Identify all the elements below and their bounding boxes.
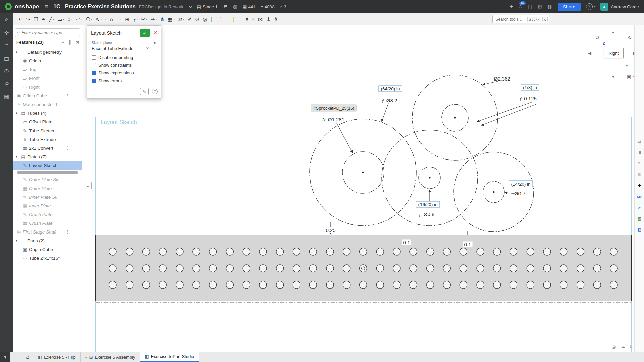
- new-tab-button[interactable]: +: [10, 352, 22, 362]
- tool-button[interactable]: ⚓: [265, 15, 272, 23]
- tool-button[interactable]: ⊥: [236, 15, 243, 23]
- feature-item[interactable]: ▱ Offset Plate: [13, 117, 82, 126]
- tool-button[interactable]: ∙: [104, 15, 108, 23]
- globe-icon[interactable]: ◍: [233, 4, 237, 10]
- dimension-dia-1281[interactable]: fx Ø1.281: [322, 117, 344, 122]
- dialog-checkbox[interactable]: Show errors: [87, 77, 161, 85]
- move-panel-icon[interactable]: ✛: [4, 30, 9, 36]
- copies-stat[interactable]: ⌖ 4008: [261, 4, 274, 9]
- ai-sparkle-icon[interactable]: ✦: [509, 4, 514, 10]
- rotate-ccw-icon[interactable]: ↺: [595, 35, 600, 41]
- tool-button[interactable]: ┆ ▾: [115, 15, 123, 23]
- context-dots-icon[interactable]: ⋮: [66, 229, 70, 234]
- search-panel-icon[interactable]: ⚲: [3, 80, 10, 88]
- tool-button[interactable]: ❐: [32, 15, 39, 23]
- print-icon[interactable]: ⎙: [612, 344, 616, 350]
- tool-button[interactable]: ⋔: [159, 15, 166, 23]
- cube-extension-icon[interactable]: ◨: [636, 149, 643, 156]
- tool-button[interactable]: —: [224, 15, 231, 23]
- sketch-panel-icon[interactable]: ✐: [4, 17, 9, 23]
- butterfly-extension-icon[interactable]: ✣: [636, 182, 643, 189]
- sheets-extension-icon[interactable]: ▦: [636, 215, 643, 222]
- view-cube-menu-icon[interactable]: ▣: [627, 74, 631, 79]
- tool-button[interactable]: ⌒: [215, 15, 223, 23]
- graphics-canvas[interactable]: [82, 25, 634, 352]
- dimension-0125[interactable]: ƒ 0.125: [519, 96, 537, 101]
- tool-button[interactable]: ∥: [209, 15, 214, 23]
- dialog-help-icon[interactable]: ?: [152, 89, 158, 94]
- feature-item[interactable]: ▾ ▤ Plates (7): [13, 152, 82, 161]
- dialog-checkbox[interactable]: Show constraints: [87, 61, 161, 69]
- tool-caret-icon[interactable]: ▾: [71, 18, 73, 21]
- units-grid-icon[interactable]: ⌗: [630, 344, 633, 350]
- tool-button[interactable]: ✐: [186, 15, 193, 23]
- feature-item[interactable]: ▱ Front: [13, 74, 82, 83]
- help-caret-icon[interactable]: ▾: [594, 5, 596, 8]
- dimension-badge-1620[interactable]: (16/20) in: [416, 201, 440, 208]
- reader-extension-icon[interactable]: ▤: [636, 138, 643, 145]
- feature-item[interactable]: ▣ Origin Cube ⋮: [13, 91, 82, 100]
- tool-button[interactable]: ⊙: [194, 15, 201, 23]
- feature-item[interactable]: ▣ Origin Cube: [13, 245, 82, 254]
- flag-icon[interactable]: ⚑: [223, 4, 228, 10]
- panel-left-icon[interactable]: ◫: [528, 4, 532, 10]
- history-clock-icon[interactable]: ◷: [76, 40, 79, 45]
- dimension-dia-08[interactable]: ƒ Ø0.8: [419, 211, 435, 217]
- tool-button[interactable]: ▭ ▾: [56, 15, 65, 23]
- help-button[interactable]: ?: [586, 3, 593, 10]
- flip-plane-icon[interactable]: ◐: [154, 40, 157, 46]
- app-grid-icon[interactable]: ⊞: [538, 4, 542, 10]
- tool-caret-icon[interactable]: ▾: [173, 18, 175, 21]
- feature-item[interactable]: ▾ Default geometry: [13, 48, 82, 56]
- tool-button[interactable]: ⊻: [273, 15, 279, 23]
- variable-name-tag[interactable]: #SprocketPD_25(16): [311, 105, 357, 112]
- history-panel-icon[interactable]: ◷: [4, 68, 9, 74]
- link-icon[interactable]: ∞: [189, 4, 192, 10]
- feature-item[interactable]: ▦ Crush Plate: [13, 219, 82, 227]
- checkbox-box[interactable]: [92, 55, 96, 60]
- tool-caret-icon[interactable]: ▾: [63, 18, 64, 21]
- tool-button[interactable]: ≡: [244, 15, 250, 23]
- user-avatar[interactable]: ▲: [600, 3, 608, 11]
- tree-caret-icon[interactable]: ▾: [16, 50, 20, 54]
- tool-button[interactable]: ○ ▾: [66, 15, 74, 23]
- dimension-dia-32[interactable]: ƒ Ø3.2: [382, 98, 397, 103]
- tool-button[interactable]: ↶: [17, 15, 24, 23]
- tool-button[interactable]: ✂ ▾: [140, 15, 149, 23]
- network-icon[interactable]: ◍: [547, 4, 552, 10]
- tool-button[interactable]: ✒: [40, 15, 47, 23]
- feature-item[interactable]: ▱ Top: [13, 65, 82, 74]
- context-dots-icon[interactable]: ⋮: [66, 93, 70, 98]
- dimension-01a[interactable]: 0.1: [402, 240, 411, 245]
- tool-button[interactable]: ⇄ ▾: [177, 15, 186, 23]
- tool-button[interactable]: ∿ ▾: [94, 15, 103, 23]
- tool-button[interactable]: A: [109, 15, 115, 23]
- tool-button[interactable]: ↦ ▾: [149, 15, 158, 23]
- tool-button[interactable]: ⋈: [257, 15, 264, 23]
- studio-tab[interactable]: ◧ Exercise 5 Part Studio: [140, 352, 199, 362]
- feature-item[interactable]: ▦ Inner Plate: [13, 201, 82, 210]
- tool-button[interactable]: ▦ ▾: [166, 15, 176, 23]
- dimension-025[interactable]: 0.25: [325, 227, 336, 233]
- tool-button[interactable]: ÷: [250, 15, 256, 23]
- notes-extension-icon[interactable]: ✎: [636, 160, 643, 167]
- feature-item[interactable]: ▾ ▤ Tubes (4): [13, 109, 82, 117]
- dimension-badge-eighth[interactable]: (1/8) in: [521, 84, 539, 91]
- feature-item[interactable]: ✎ Crush Plate: [13, 210, 82, 219]
- sketch-pen-button[interactable]: ✎: [140, 88, 149, 95]
- sketch-plane-value[interactable]: Face of Tube Extrude: [92, 46, 133, 51]
- tool-caret-icon[interactable]: ▾: [136, 18, 138, 21]
- rollback-pause-icon[interactable]: ∥: [69, 40, 71, 45]
- likes-stat[interactable]: ⌂ 3: [280, 4, 286, 9]
- dialog-checkbox[interactable]: Disable imprinting: [87, 54, 161, 61]
- dimension-dia-07[interactable]: Ø0.7: [514, 191, 526, 196]
- cloud-sync-icon[interactable]: ☁: [621, 344, 626, 350]
- insert-feature-icon[interactable]: ⇥: [61, 40, 64, 45]
- user-menu-caret-icon[interactable]: ▾: [638, 5, 639, 8]
- search-tools-input[interactable]: [495, 17, 526, 22]
- feature-item[interactable]: ▱ Right: [13, 83, 82, 91]
- tool-button[interactable]: ◎: [201, 15, 208, 23]
- tool-caret-icon[interactable]: ▾: [183, 18, 184, 21]
- mk-extension-icon[interactable]: Mk: [636, 193, 643, 200]
- tool-button[interactable]: |: [232, 15, 236, 23]
